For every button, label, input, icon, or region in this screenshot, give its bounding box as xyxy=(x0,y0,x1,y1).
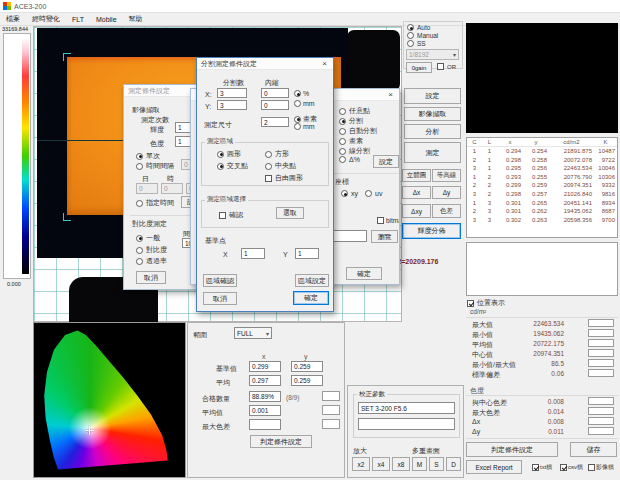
region-cross-radio[interactable]: 交叉點 xyxy=(217,161,248,171)
luminance-dist-button[interactable]: 輝度分佈 xyxy=(402,223,461,239)
auto-radio-mark[interactable] xyxy=(407,24,414,31)
coord-uv-radio[interactable]: uv xyxy=(365,190,382,197)
capture-button[interactable]: 影像擷取 xyxy=(404,107,461,121)
method-ok-button[interactable]: 確定 xyxy=(346,267,382,280)
spec-time-radio-mark[interactable] xyxy=(136,200,143,207)
region-circle-radio[interactable]: 圓形 xyxy=(217,149,241,159)
avg-y-field[interactable]: 0.259 xyxy=(291,375,323,386)
inset-pct-mark[interactable] xyxy=(294,90,301,97)
delta-x-button[interactable]: Δx xyxy=(402,186,431,199)
pick-button[interactable]: 選取 xyxy=(276,207,304,219)
y-split-field[interactable]: 3 xyxy=(217,100,247,110)
ref-x-field[interactable]: 0.299 xyxy=(249,361,281,372)
save-button[interactable]: 儲存 xyxy=(570,442,617,457)
size-field[interactable]: 2 xyxy=(261,117,289,127)
region-center-mark[interactable] xyxy=(265,163,272,170)
interval-radio[interactable]: 時間間隔 xyxy=(136,161,174,171)
image-file-checkbox-mark[interactable] xyxy=(588,464,595,471)
method-line-split-radio[interactable]: 線分割 xyxy=(339,146,370,156)
position-display-mark[interactable] xyxy=(467,300,474,307)
excel-report-button[interactable]: Excel Report xyxy=(466,460,522,474)
gain-button[interactable]: 0gain xyxy=(406,62,432,73)
coord-uv-mark[interactable] xyxy=(365,190,372,197)
method-pixel-mark[interactable] xyxy=(339,138,346,145)
csv-checkbox-mark[interactable] xyxy=(560,464,567,471)
x-inset-field[interactable]: 0 xyxy=(261,88,289,98)
preview-image[interactable] xyxy=(466,23,618,133)
judge-condition-button[interactable]: 判定條件設定 xyxy=(250,435,312,448)
zoom-x4-button[interactable]: x4 xyxy=(372,457,390,471)
color-diff-button[interactable]: 色差 xyxy=(432,204,461,218)
ref-y-field[interactable]: 0.259 xyxy=(291,361,323,372)
close-icon[interactable]: × xyxy=(317,58,332,69)
judge-condition-button[interactable]: 判定條件設定 xyxy=(466,442,558,457)
coord-xy-mark[interactable] xyxy=(341,190,348,197)
contrast-radio[interactable]: 對比度 xyxy=(136,245,167,255)
x-split-field[interactable]: 3 xyxy=(217,88,247,98)
inset-mm-mark[interactable] xyxy=(294,100,301,107)
delta-y-button[interactable]: Δy xyxy=(432,186,461,199)
title-bar[interactable]: ACE3-200 xyxy=(0,0,620,13)
contrast-radio-mark[interactable] xyxy=(136,247,143,254)
size-pixel-mark[interactable] xyxy=(294,116,301,123)
ss-radio-mark[interactable] xyxy=(407,40,414,47)
avg-x-field[interactable]: 0.297 xyxy=(249,375,281,386)
interval-radio-mark[interactable] xyxy=(136,163,143,170)
menu-trend[interactable]: 經時變化 xyxy=(32,14,60,24)
table-row[interactable]: 110.2940.25421891.87510487 xyxy=(467,147,617,156)
bitmap-checkbox[interactable]: bitmap xyxy=(377,217,400,224)
menu-file[interactable]: 檔案 xyxy=(6,14,20,24)
method-delta-mark[interactable] xyxy=(339,156,346,163)
cie-diagram[interactable] xyxy=(33,322,186,478)
method-any-point-mark[interactable] xyxy=(339,108,346,115)
auto-radio[interactable]: Auto xyxy=(407,24,430,31)
size-mm-mark[interactable] xyxy=(294,123,301,130)
single-radio[interactable]: 單次 xyxy=(136,151,160,161)
general-radio[interactable]: 一般 xyxy=(136,233,160,243)
method-any-point-radio[interactable]: 任意點 xyxy=(339,106,370,116)
method-line-split-mark[interactable] xyxy=(339,148,346,155)
csv-checkbox[interactable]: csv檔 xyxy=(560,463,583,472)
or-checkbox[interactable]: OR xyxy=(437,63,456,70)
method-delta-radio[interactable]: Δ% xyxy=(339,156,360,163)
or-checkbox-mark[interactable] xyxy=(437,63,444,70)
txt-checkbox-mark[interactable] xyxy=(532,464,539,471)
transmit-radio[interactable]: 透過率 xyxy=(136,256,167,266)
solid-view-button[interactable]: 立體圖 xyxy=(402,169,431,182)
table-row[interactable]: 120.2930.25520776.79010306 xyxy=(467,173,617,182)
zoom-x8-button[interactable]: x8 xyxy=(392,457,410,471)
browse-button[interactable]: 瀏覽 xyxy=(371,230,398,243)
free-shape-checkbox[interactable]: 自由圖形 xyxy=(265,173,303,183)
method-pixel-radio[interactable]: 畫素 xyxy=(339,136,363,146)
measure-button[interactable]: 測定 xyxy=(404,142,461,163)
method-auto-split-radio[interactable]: 自動分割 xyxy=(339,126,377,136)
table-row[interactable]: 330.3020.26320598.3569700 xyxy=(467,216,617,225)
table-row[interactable]: 320.2980.25721026.8409816 xyxy=(467,190,617,199)
manual-radio[interactable]: Manual xyxy=(407,32,438,39)
analyze-button[interactable]: 分析 xyxy=(404,124,461,139)
manual-radio-mark[interactable] xyxy=(407,32,414,39)
general-radio-mark[interactable] xyxy=(136,235,143,242)
table-row[interactable]: 130.3010.26520451.1418934 xyxy=(467,199,617,208)
contour-button[interactable]: 等高線 xyxy=(432,169,461,182)
method-split-radio[interactable]: 分割 xyxy=(339,116,363,126)
shutter-select[interactable]: 1/8192▾ xyxy=(406,49,459,60)
menu-mobile[interactable]: Mobile xyxy=(96,16,117,23)
free-shape-mark[interactable] xyxy=(265,175,272,182)
region-rect-mark[interactable] xyxy=(265,151,272,158)
multi-d-button[interactable]: D xyxy=(446,457,461,471)
txt-checkbox[interactable]: txt檔 xyxy=(532,463,552,472)
cancel-button[interactable]: 取消 xyxy=(136,271,166,284)
bitmap-checkbox-mark[interactable] xyxy=(377,217,384,224)
table-row[interactable]: 210.2980.25820072.0789722 xyxy=(467,156,617,165)
ss-radio[interactable]: SS xyxy=(407,40,426,47)
method-auto-split-mark[interactable] xyxy=(339,128,346,135)
set-button[interactable]: 設定 xyxy=(404,88,461,104)
table-row[interactable]: 310.2950.25622463.53410046 xyxy=(467,164,617,173)
transmit-radio-mark[interactable] xyxy=(136,258,143,265)
zoom-x2-button[interactable]: x2 xyxy=(352,457,370,471)
base-y-field[interactable]: 1 xyxy=(295,248,319,259)
image-file-checkbox[interactable]: 影像檔 xyxy=(588,463,614,472)
delta-xy-button[interactable]: Δxy xyxy=(402,204,431,218)
split-ok-button[interactable]: 確定 xyxy=(293,291,329,305)
